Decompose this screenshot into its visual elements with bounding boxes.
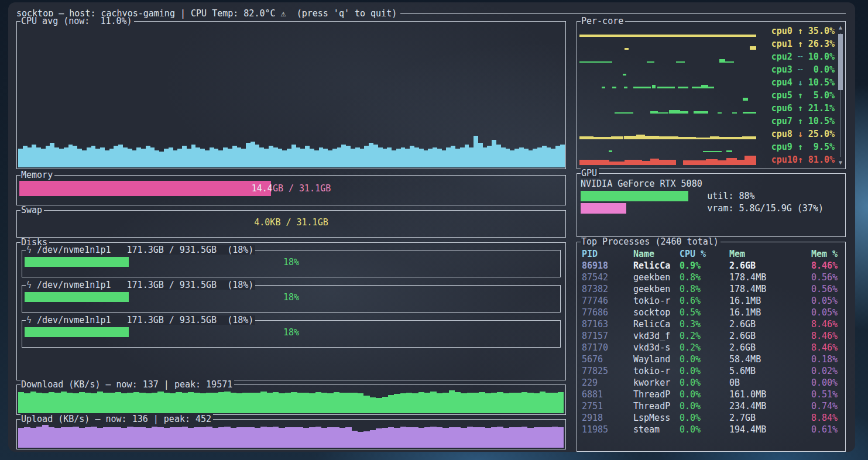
cpu-bar <box>46 146 50 167</box>
sparkline-segment <box>615 112 633 114</box>
per-core-row: cpu4 ↓ 10.5% <box>579 77 835 90</box>
cpu-bar <box>223 147 228 167</box>
upload-bar <box>473 427 479 448</box>
download-bar <box>188 392 194 413</box>
download-bar <box>249 393 255 413</box>
core-name: cpu5 <box>771 90 798 101</box>
download-bar <box>394 394 400 413</box>
download-bar <box>334 392 339 413</box>
cpu-bar <box>291 145 296 167</box>
download-bar <box>424 393 430 413</box>
upload-bar <box>260 427 266 448</box>
cpu-bar <box>59 149 64 167</box>
upload-bar <box>442 428 448 448</box>
sparkline-segment <box>743 112 756 114</box>
upload-bar <box>400 427 406 448</box>
upload-bar <box>376 428 382 448</box>
download-bar <box>79 392 85 413</box>
disk-subpanel: ϟ/dev/nvme1n1p1 171.3GB / 931.5GB (18%)1… <box>22 250 561 277</box>
cpu-bar <box>547 147 551 167</box>
cpu-bar <box>414 147 419 167</box>
cell-name: geekben <box>633 283 680 295</box>
download-bar <box>54 393 60 413</box>
cell-mem: 2.6GB <box>729 342 811 353</box>
cell-name: vkd3d-s <box>633 342 680 353</box>
download-history-chart <box>18 390 564 413</box>
cpu-bar <box>218 150 223 167</box>
per-core-scrollbar[interactable]: ▲ ▼ <box>838 24 843 166</box>
download-bar <box>194 393 200 413</box>
download-bar <box>497 392 503 413</box>
download-bar <box>49 392 54 413</box>
download-bar <box>212 393 218 413</box>
cell-name: LspMess <box>633 412 680 424</box>
sparkline-segment <box>659 136 678 139</box>
cpu-bar <box>36 147 41 167</box>
upload-bar <box>430 427 436 448</box>
per-core-row: cpu0 ↑ 35.0% <box>579 25 835 38</box>
upload-bar <box>509 427 515 448</box>
sparkline-segment <box>725 61 734 63</box>
cpu-bar <box>483 147 488 167</box>
cell-pid: 87163 <box>582 318 633 330</box>
download-bar <box>164 393 170 413</box>
core-name: cpu2 <box>771 52 798 62</box>
disk-usage-gauge: 18% <box>25 292 558 302</box>
sparkline-segment <box>636 135 645 139</box>
sparkline-segment <box>696 138 710 139</box>
cell-pid: 6881 <box>582 389 633 400</box>
download-bar <box>139 393 145 413</box>
core-trend-arrow-icon: ↑ <box>798 39 803 49</box>
per-core-row: cpu6 ↑ 21.1% <box>579 102 835 115</box>
core-name: cpu8 <box>771 129 798 139</box>
top-processes-panel: Top Processes (2460 total) PIDNameCPU %M… <box>577 242 846 452</box>
cell-mem: 16.1MB <box>729 307 811 318</box>
download-bar <box>509 393 515 413</box>
cell-cpu: 0.2% <box>680 342 729 353</box>
upload-bar <box>176 427 181 448</box>
sparkline-segment <box>718 160 726 165</box>
core-trend-arrow-icon: ↑ <box>798 26 803 36</box>
sparkline-segment <box>611 136 623 139</box>
upload-bar <box>334 427 339 448</box>
cpu-bar <box>474 136 478 167</box>
per-core-row: cpu5 ↑ 5.0% <box>579 90 835 102</box>
core-usage-value: 0.0% <box>803 64 835 75</box>
upload-bar <box>85 427 91 448</box>
upload-bar <box>236 427 242 448</box>
download-bar <box>200 393 206 413</box>
cpu-bar <box>305 146 310 167</box>
core-usage-value: 9.5% <box>803 142 835 152</box>
scrollbar-thumb[interactable] <box>838 34 843 90</box>
per-core-sparkline <box>579 102 756 115</box>
upload-bar <box>291 427 297 448</box>
cpu-bar <box>542 146 547 167</box>
core-trend-arrow-icon: ╌ <box>798 52 803 62</box>
gpu-vram-gauge <box>581 203 704 214</box>
sparkline-segment <box>579 160 609 165</box>
upload-bar <box>522 427 527 448</box>
download-bar <box>133 392 139 413</box>
upload-bar <box>485 428 491 448</box>
download-bar <box>73 393 78 413</box>
left-column: CPU avg (now: 11.0%) Memory 14.4GB / 31.… <box>16 21 566 452</box>
cpu-bar <box>355 147 360 167</box>
cell-pid: 229 <box>582 377 633 389</box>
download-bar <box>437 393 442 413</box>
cell-memp: 0.18% <box>811 353 843 365</box>
cell-mem: 161.0MB <box>729 389 811 400</box>
download-bar <box>255 393 260 413</box>
cell-memp: 8.46% <box>811 330 843 342</box>
cpu-bar <box>141 149 146 167</box>
upload-bar <box>352 431 358 448</box>
upload-bar <box>109 427 115 448</box>
cpu-bar <box>118 145 123 167</box>
gauge-label: 18% <box>25 292 558 302</box>
download-bar <box>224 392 230 413</box>
download-bar <box>309 393 315 413</box>
scrollbar-up-icon[interactable]: ▲ <box>838 24 843 31</box>
sparkline-segment <box>703 151 722 152</box>
cell-pid: 77746 <box>582 295 633 307</box>
memory-panel: Memory 14.4GB / 31.1GB14.4GB / 31.1GB <box>16 175 566 205</box>
scrollbar-down-icon[interactable]: ▼ <box>838 159 843 166</box>
